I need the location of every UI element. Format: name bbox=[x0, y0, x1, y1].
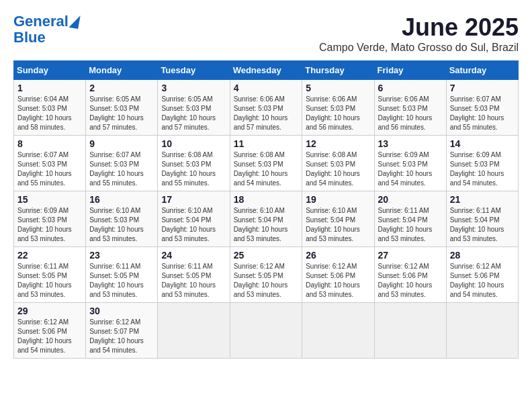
day-info: Sunrise: 6:07 AM Sunset: 5:03 PM Dayligh… bbox=[17, 150, 82, 188]
day-info: Sunrise: 6:09 AM Sunset: 5:03 PM Dayligh… bbox=[378, 150, 443, 188]
day-number: 7 bbox=[450, 83, 515, 93]
day-info: Sunrise: 6:06 AM Sunset: 5:03 PM Dayligh… bbox=[234, 95, 299, 132]
day-number: 1 bbox=[17, 83, 82, 93]
calendar-cell: 18Sunrise: 6:10 AM Sunset: 5:04 PM Dayli… bbox=[230, 191, 302, 247]
calendar-cell: 26Sunrise: 6:12 AM Sunset: 5:06 PM Dayli… bbox=[302, 247, 374, 303]
day-info: Sunrise: 6:09 AM Sunset: 5:03 PM Dayligh… bbox=[450, 150, 515, 188]
calendar-cell: 5Sunrise: 6:06 AM Sunset: 5:03 PM Daylig… bbox=[302, 80, 374, 136]
calendar-cell: 8Sunrise: 6:07 AM Sunset: 5:03 PM Daylig… bbox=[14, 136, 86, 191]
day-number: 16 bbox=[89, 194, 154, 205]
day-info: Sunrise: 6:08 AM Sunset: 5:03 PM Dayligh… bbox=[161, 150, 226, 188]
day-info: Sunrise: 6:10 AM Sunset: 5:04 PM Dayligh… bbox=[234, 206, 299, 244]
day-number: 12 bbox=[306, 138, 370, 149]
calendar-cell: 21Sunrise: 6:11 AM Sunset: 5:04 PM Dayli… bbox=[446, 191, 518, 247]
calendar-header-monday: Monday bbox=[86, 61, 158, 80]
calendar-cell: 17Sunrise: 6:10 AM Sunset: 5:04 PM Dayli… bbox=[158, 191, 230, 247]
day-number: 8 bbox=[17, 138, 82, 149]
calendar-cell: 1Sunrise: 6:04 AM Sunset: 5:03 PM Daylig… bbox=[14, 80, 86, 136]
calendar-cell: 24Sunrise: 6:11 AM Sunset: 5:05 PM Dayli… bbox=[158, 247, 230, 303]
day-info: Sunrise: 6:10 AM Sunset: 5:04 PM Dayligh… bbox=[306, 206, 370, 244]
calendar-cell bbox=[446, 303, 518, 359]
calendar-header-saturday: Saturday bbox=[446, 61, 518, 80]
day-info: Sunrise: 6:12 AM Sunset: 5:06 PM Dayligh… bbox=[450, 262, 515, 300]
calendar-header-friday: Friday bbox=[374, 61, 446, 80]
day-number: 17 bbox=[161, 194, 226, 205]
day-number: 30 bbox=[89, 306, 154, 316]
calendar-cell: 29Sunrise: 6:12 AM Sunset: 5:06 PM Dayli… bbox=[14, 303, 86, 359]
calendar-cell: 23Sunrise: 6:11 AM Sunset: 5:05 PM Dayli… bbox=[86, 247, 158, 303]
day-number: 22 bbox=[17, 250, 82, 261]
calendar-cell: 30Sunrise: 6:12 AM Sunset: 5:07 PM Dayli… bbox=[86, 303, 158, 359]
main-title: June 2025 bbox=[319, 13, 519, 42]
calendar-week-4: 22Sunrise: 6:11 AM Sunset: 5:05 PM Dayli… bbox=[14, 247, 519, 303]
day-number: 25 bbox=[234, 250, 299, 261]
calendar-cell: 11Sunrise: 6:08 AM Sunset: 5:03 PM Dayli… bbox=[230, 136, 302, 191]
logo-text: General bbox=[13, 13, 69, 30]
day-number: 4 bbox=[234, 83, 299, 93]
subtitle: Campo Verde, Mato Grosso do Sul, Brazil bbox=[319, 42, 519, 54]
calendar-header-sunday: Sunday bbox=[14, 61, 86, 80]
day-info: Sunrise: 6:12 AM Sunset: 5:05 PM Dayligh… bbox=[234, 262, 299, 300]
calendar-cell bbox=[374, 303, 446, 359]
day-number: 27 bbox=[378, 250, 443, 261]
calendar-cell bbox=[158, 303, 230, 359]
day-number: 6 bbox=[378, 83, 443, 93]
day-info: Sunrise: 6:12 AM Sunset: 5:06 PM Dayligh… bbox=[306, 262, 370, 300]
day-info: Sunrise: 6:09 AM Sunset: 5:03 PM Dayligh… bbox=[17, 206, 82, 244]
calendar-week-1: 1Sunrise: 6:04 AM Sunset: 5:03 PM Daylig… bbox=[14, 80, 519, 136]
calendar-cell: 25Sunrise: 6:12 AM Sunset: 5:05 PM Dayli… bbox=[230, 247, 302, 303]
calendar-cell: 4Sunrise: 6:06 AM Sunset: 5:03 PM Daylig… bbox=[230, 80, 302, 136]
calendar-cell: 13Sunrise: 6:09 AM Sunset: 5:03 PM Dayli… bbox=[374, 136, 446, 191]
calendar-cell: 20Sunrise: 6:11 AM Sunset: 5:04 PM Dayli… bbox=[374, 191, 446, 247]
day-number: 9 bbox=[89, 138, 154, 149]
day-number: 10 bbox=[161, 138, 226, 149]
calendar-week-5: 29Sunrise: 6:12 AM Sunset: 5:06 PM Dayli… bbox=[14, 303, 519, 359]
header: General Blue June 2025 Campo Verde, Mato… bbox=[13, 13, 519, 54]
title-area: June 2025 Campo Verde, Mato Grosso do Su… bbox=[319, 13, 519, 54]
day-info: Sunrise: 6:11 AM Sunset: 5:05 PM Dayligh… bbox=[89, 262, 154, 300]
day-number: 2 bbox=[89, 83, 154, 93]
day-info: Sunrise: 6:05 AM Sunset: 5:03 PM Dayligh… bbox=[161, 95, 226, 132]
calendar-cell bbox=[302, 303, 374, 359]
calendar-cell: 19Sunrise: 6:10 AM Sunset: 5:04 PM Dayli… bbox=[302, 191, 374, 247]
day-info: Sunrise: 6:06 AM Sunset: 5:03 PM Dayligh… bbox=[378, 95, 443, 132]
day-info: Sunrise: 6:12 AM Sunset: 5:06 PM Dayligh… bbox=[378, 262, 443, 300]
day-info: Sunrise: 6:10 AM Sunset: 5:04 PM Dayligh… bbox=[161, 206, 226, 244]
calendar-cell: 7Sunrise: 6:07 AM Sunset: 5:03 PM Daylig… bbox=[446, 80, 518, 136]
day-info: Sunrise: 6:06 AM Sunset: 5:03 PM Dayligh… bbox=[306, 95, 370, 132]
day-info: Sunrise: 6:08 AM Sunset: 5:03 PM Dayligh… bbox=[306, 150, 370, 188]
calendar-cell: 15Sunrise: 6:09 AM Sunset: 5:03 PM Dayli… bbox=[14, 191, 86, 247]
calendar-cell bbox=[230, 303, 302, 359]
calendar-week-3: 15Sunrise: 6:09 AM Sunset: 5:03 PM Dayli… bbox=[14, 191, 519, 247]
day-number: 26 bbox=[306, 250, 370, 261]
calendar-header-row: SundayMondayTuesdayWednesdayThursdayFrid… bbox=[14, 61, 519, 80]
calendar-header-tuesday: Tuesday bbox=[158, 61, 230, 80]
calendar-cell: 28Sunrise: 6:12 AM Sunset: 5:06 PM Dayli… bbox=[446, 247, 518, 303]
calendar-cell: 22Sunrise: 6:11 AM Sunset: 5:05 PM Dayli… bbox=[14, 247, 86, 303]
day-number: 15 bbox=[17, 194, 82, 205]
day-number: 14 bbox=[450, 138, 515, 149]
calendar-cell: 10Sunrise: 6:08 AM Sunset: 5:03 PM Dayli… bbox=[158, 136, 230, 191]
calendar-cell: 14Sunrise: 6:09 AM Sunset: 5:03 PM Dayli… bbox=[446, 136, 518, 191]
calendar-cell: 9Sunrise: 6:07 AM Sunset: 5:03 PM Daylig… bbox=[86, 136, 158, 191]
day-info: Sunrise: 6:12 AM Sunset: 5:06 PM Dayligh… bbox=[17, 318, 82, 355]
day-info: Sunrise: 6:12 AM Sunset: 5:07 PM Dayligh… bbox=[89, 318, 154, 355]
day-number: 19 bbox=[306, 194, 370, 205]
day-info: Sunrise: 6:11 AM Sunset: 5:05 PM Dayligh… bbox=[161, 262, 226, 300]
day-info: Sunrise: 6:08 AM Sunset: 5:03 PM Dayligh… bbox=[234, 150, 299, 188]
day-info: Sunrise: 6:11 AM Sunset: 5:05 PM Dayligh… bbox=[17, 262, 82, 300]
logo: General Blue bbox=[13, 13, 79, 46]
calendar-cell: 3Sunrise: 6:05 AM Sunset: 5:03 PM Daylig… bbox=[158, 80, 230, 136]
calendar-table: SundayMondayTuesdayWednesdayThursdayFrid… bbox=[13, 60, 519, 359]
calendar-header-thursday: Thursday bbox=[302, 61, 374, 80]
day-number: 18 bbox=[234, 194, 299, 205]
calendar-cell: 27Sunrise: 6:12 AM Sunset: 5:06 PM Dayli… bbox=[374, 247, 446, 303]
day-info: Sunrise: 6:07 AM Sunset: 5:03 PM Dayligh… bbox=[450, 95, 515, 132]
calendar-body: 1Sunrise: 6:04 AM Sunset: 5:03 PM Daylig… bbox=[14, 80, 519, 359]
day-info: Sunrise: 6:11 AM Sunset: 5:04 PM Dayligh… bbox=[450, 206, 515, 244]
day-info: Sunrise: 6:11 AM Sunset: 5:04 PM Dayligh… bbox=[378, 206, 443, 244]
day-number: 21 bbox=[450, 194, 515, 205]
day-info: Sunrise: 6:07 AM Sunset: 5:03 PM Dayligh… bbox=[89, 150, 154, 188]
calendar-cell: 2Sunrise: 6:05 AM Sunset: 5:03 PM Daylig… bbox=[86, 80, 158, 136]
day-info: Sunrise: 6:10 AM Sunset: 5:03 PM Dayligh… bbox=[89, 206, 154, 244]
